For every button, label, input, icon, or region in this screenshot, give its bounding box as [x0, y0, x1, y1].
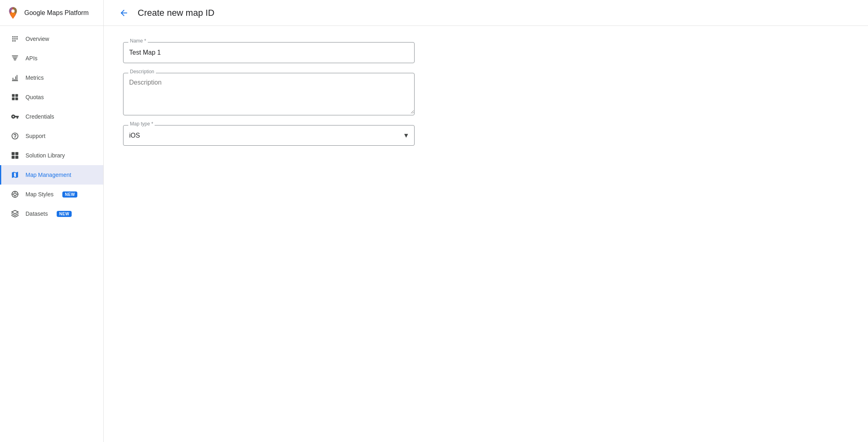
name-field: Name * [123, 42, 415, 63]
sidebar-item-support[interactable]: Support [0, 126, 103, 146]
svg-point-4 [12, 38, 13, 39]
sidebar-header: Google Maps Platform [0, 0, 103, 26]
quotas-label: Quotas [26, 94, 44, 100]
app-title: Google Maps Platform [24, 9, 89, 17]
sidebar-item-datasets[interactable]: Datasets NEW [0, 204, 103, 223]
sidebar-item-credentials[interactable]: Credentials [0, 107, 103, 126]
sidebar: Google Maps Platform Overview [0, 0, 104, 442]
google-maps-logo-icon [6, 6, 19, 19]
svg-rect-9 [12, 94, 15, 97]
credentials-icon [11, 113, 19, 121]
map-type-select[interactable]: JavaScript Android iOS [123, 125, 414, 145]
sidebar-item-apis[interactable]: APIs [0, 49, 103, 68]
map-styles-icon [11, 190, 19, 198]
map-management-icon [11, 171, 19, 179]
support-label: Support [26, 133, 45, 139]
sidebar-item-solution-library[interactable]: Solution Library [0, 146, 103, 165]
description-input[interactable] [123, 73, 414, 114]
svg-point-2 [14, 36, 15, 37]
sidebar-item-map-styles[interactable]: Map Styles NEW [0, 185, 103, 204]
map-styles-label: Map Styles [26, 191, 53, 198]
description-field: Description [123, 73, 415, 115]
map-type-select-wrapper: JavaScript Android iOS ▼ [123, 125, 414, 145]
svg-rect-16 [15, 156, 19, 159]
page-title: Create new map ID [138, 8, 215, 18]
svg-rect-12 [15, 98, 18, 100]
name-input[interactable] [123, 42, 414, 63]
overview-icon [11, 35, 19, 43]
svg-point-7 [12, 40, 13, 41]
map-management-label: Map Management [26, 172, 71, 178]
svg-rect-14 [15, 152, 19, 155]
apis-label: APIs [26, 55, 38, 62]
name-label: Name * [128, 38, 148, 43]
svg-point-6 [16, 38, 17, 39]
svg-rect-11 [12, 98, 15, 100]
name-field-group: Name * [123, 42, 415, 63]
sidebar-item-metrics[interactable]: Metrics [0, 68, 103, 87]
metrics-label: Metrics [26, 74, 44, 81]
sidebar-item-overview[interactable]: Overview [0, 29, 103, 49]
apis-icon [11, 54, 19, 62]
sidebar-item-quotas[interactable]: Quotas [0, 87, 103, 107]
metrics-icon [11, 74, 19, 82]
svg-rect-15 [12, 156, 15, 159]
svg-point-0 [11, 9, 15, 13]
svg-point-3 [16, 36, 17, 37]
svg-point-8 [14, 40, 15, 41]
datasets-icon [11, 210, 19, 218]
support-icon [11, 132, 19, 140]
back-button[interactable] [117, 6, 131, 20]
svg-point-1 [12, 36, 13, 37]
map-type-field-group: Map type * JavaScript Android iOS ▼ [123, 125, 415, 146]
map-styles-badge: NEW [62, 191, 77, 198]
sidebar-nav: Overview APIs Metrics [0, 26, 103, 442]
svg-rect-10 [15, 94, 18, 97]
credentials-label: Credentials [26, 113, 54, 120]
svg-point-5 [14, 38, 15, 39]
description-field-group: Description [123, 73, 415, 115]
sidebar-item-map-management[interactable]: Map Management [0, 165, 103, 185]
main-content: Create new map ID Name * Description Map… [104, 0, 868, 442]
map-type-field: Map type * JavaScript Android iOS ▼ [123, 125, 415, 146]
form-area: Name * Description Map type * JavaScript… [104, 26, 868, 442]
datasets-label: Datasets [26, 210, 48, 217]
solution-library-icon [11, 151, 19, 159]
solution-library-label: Solution Library [26, 152, 65, 159]
datasets-badge: NEW [57, 211, 72, 217]
overview-label: Overview [26, 36, 49, 42]
svg-rect-13 [12, 152, 15, 155]
main-header: Create new map ID [104, 0, 868, 26]
quotas-icon [11, 93, 19, 101]
description-label: Description [128, 69, 156, 74]
